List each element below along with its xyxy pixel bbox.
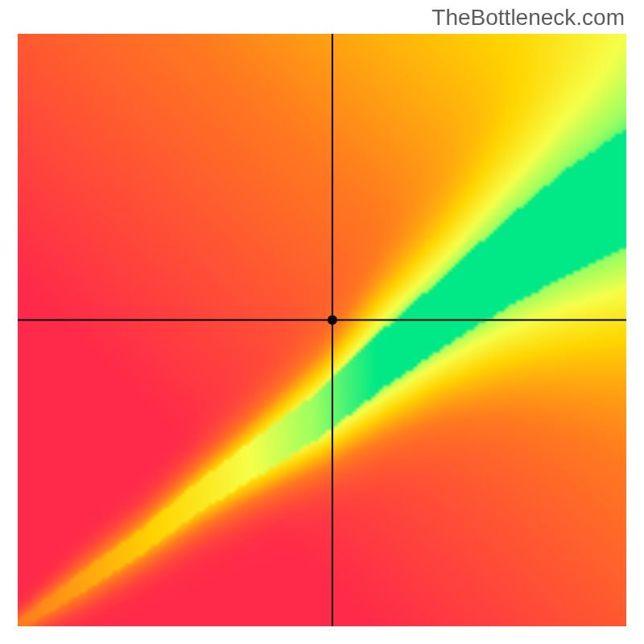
bottleneck-heatmap: [18, 34, 626, 626]
chart-container: { "watermark": "TheBottleneck.com", "can…: [0, 0, 644, 644]
watermark-text: TheBottleneck.com: [431, 5, 625, 31]
